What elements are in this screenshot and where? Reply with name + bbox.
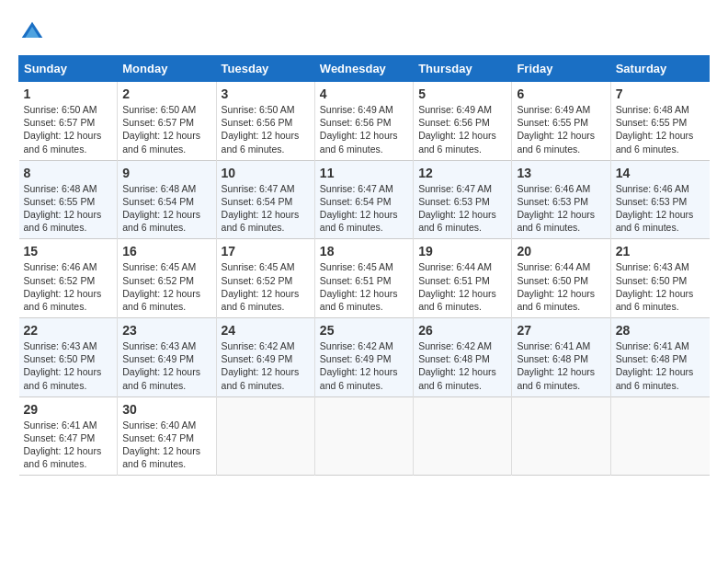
daylight-continuation: and 6 minutes.: [418, 301, 482, 312]
calendar-header-row: Sunday Monday Tuesday Wednesday Thursday…: [19, 56, 710, 82]
daylight-continuation: and 6 minutes.: [517, 222, 580, 233]
day-number: 1: [24, 86, 113, 101]
day-number: 16: [122, 244, 210, 259]
day-info: Sunrise: 6:44 AM Sunset: 6:50 PM Dayligh…: [517, 260, 605, 313]
daylight-label: Daylight: 12 hours: [222, 130, 300, 141]
daylight-label: Daylight: 12 hours: [517, 366, 595, 377]
calendar-cell: 14 Sunrise: 6:46 AM Sunset: 6:53 PM Dayl…: [610, 160, 709, 239]
sunset-label: Sunset: 6:57 PM: [122, 117, 194, 128]
calendar-cell: 7 Sunrise: 6:48 AM Sunset: 6:55 PM Dayli…: [610, 82, 709, 161]
daylight-label: Daylight: 12 hours: [418, 366, 496, 377]
calendar-week-row: 15 Sunrise: 6:46 AM Sunset: 6:52 PM Dayl…: [19, 239, 710, 318]
day-number: 2: [122, 86, 210, 101]
daylight-continuation: and 6 minutes.: [222, 222, 285, 233]
sunset-label: Sunset: 6:57 PM: [24, 117, 96, 128]
daylight-continuation: and 6 minutes.: [320, 222, 383, 233]
daylight-continuation: and 6 minutes.: [122, 458, 186, 469]
calendar-cell: 29 Sunrise: 6:41 AM Sunset: 6:47 PM Dayl…: [19, 396, 118, 476]
sunrise-label: Sunrise: 6:50 AM: [24, 104, 97, 115]
calendar-cell: 5 Sunrise: 6:49 AM Sunset: 6:56 PM Dayli…: [414, 82, 512, 161]
daylight-label: Daylight: 12 hours: [320, 209, 398, 220]
daylight-label: Daylight: 12 hours: [24, 209, 102, 220]
sunset-label: Sunset: 6:55 PM: [24, 196, 96, 207]
sunset-label: Sunset: 6:48 PM: [517, 353, 588, 364]
calendar-cell: 11 Sunrise: 6:47 AM Sunset: 6:54 PM Dayl…: [314, 160, 413, 239]
daylight-continuation: and 6 minutes.: [24, 301, 87, 312]
calendar-cell: 3 Sunrise: 6:50 AM Sunset: 6:56 PM Dayli…: [216, 82, 314, 161]
calendar-cell: [610, 396, 709, 476]
sunrise-label: Sunrise: 6:44 AM: [418, 261, 492, 272]
col-monday: Monday: [118, 56, 216, 82]
daylight-label: Daylight: 12 hours: [616, 366, 694, 377]
day-info: Sunrise: 6:41 AM Sunset: 6:48 PM Dayligh…: [517, 339, 605, 392]
day-info: Sunrise: 6:49 AM Sunset: 6:56 PM Dayligh…: [418, 103, 506, 155]
calendar-cell: 12 Sunrise: 6:47 AM Sunset: 6:53 PM Dayl…: [414, 160, 512, 239]
daylight-label: Daylight: 12 hours: [418, 288, 496, 299]
daylight-continuation: and 6 minutes.: [616, 380, 679, 391]
day-number: 23: [122, 323, 210, 338]
day-number: 11: [320, 166, 408, 180]
day-info: Sunrise: 6:43 AM Sunset: 6:49 PM Dayligh…: [122, 339, 210, 392]
sunset-label: Sunset: 6:54 PM: [122, 196, 194, 207]
sunset-label: Sunset: 6:52 PM: [122, 275, 194, 286]
day-number: 4: [320, 86, 408, 101]
day-info: Sunrise: 6:46 AM Sunset: 6:53 PM Dayligh…: [517, 182, 605, 235]
day-info: Sunrise: 6:50 AM Sunset: 6:57 PM Dayligh…: [122, 103, 210, 155]
sunset-label: Sunset: 6:50 PM: [24, 353, 96, 364]
calendar-cell: 17 Sunrise: 6:45 AM Sunset: 6:52 PM Dayl…: [216, 239, 314, 318]
daylight-continuation: and 6 minutes.: [24, 458, 87, 469]
col-sunday: Sunday: [19, 56, 118, 82]
daylight-continuation: and 6 minutes.: [122, 144, 186, 155]
sunset-label: Sunset: 6:49 PM: [222, 353, 293, 364]
sunset-label: Sunset: 6:54 PM: [320, 196, 392, 207]
day-number: 29: [24, 402, 113, 417]
sunrise-label: Sunrise: 6:43 AM: [24, 340, 97, 351]
daylight-label: Daylight: 12 hours: [616, 288, 694, 299]
general-blue-logo-icon: [18, 18, 46, 46]
day-info: Sunrise: 6:49 AM Sunset: 6:56 PM Dayligh…: [320, 103, 408, 155]
sunrise-label: Sunrise: 6:42 AM: [418, 340, 492, 351]
sunset-label: Sunset: 6:56 PM: [320, 117, 392, 128]
day-number: 24: [222, 323, 310, 338]
calendar-cell: 9 Sunrise: 6:48 AM Sunset: 6:54 PM Dayli…: [118, 160, 216, 239]
calendar-cell: 28 Sunrise: 6:41 AM Sunset: 6:48 PM Dayl…: [610, 318, 709, 397]
day-number: 25: [320, 323, 408, 338]
day-info: Sunrise: 6:45 AM Sunset: 6:52 PM Dayligh…: [122, 260, 210, 313]
calendar-cell: 26 Sunrise: 6:42 AM Sunset: 6:48 PM Dayl…: [414, 318, 512, 397]
sunrise-label: Sunrise: 6:45 AM: [222, 261, 295, 272]
calendar-cell: 10 Sunrise: 6:47 AM Sunset: 6:54 PM Dayl…: [216, 160, 314, 239]
daylight-continuation: and 6 minutes.: [24, 222, 87, 233]
day-info: Sunrise: 6:50 AM Sunset: 6:57 PM Dayligh…: [24, 103, 113, 155]
daylight-continuation: and 6 minutes.: [517, 380, 580, 391]
sunset-label: Sunset: 6:53 PM: [418, 196, 490, 207]
day-number: 30: [122, 402, 210, 417]
sunrise-label: Sunrise: 6:42 AM: [320, 340, 393, 351]
daylight-label: Daylight: 12 hours: [320, 366, 398, 377]
day-info: Sunrise: 6:42 AM Sunset: 6:48 PM Dayligh…: [418, 339, 506, 392]
daylight-label: Daylight: 12 hours: [222, 209, 300, 220]
day-info: Sunrise: 6:43 AM Sunset: 6:50 PM Dayligh…: [24, 339, 113, 392]
day-info: Sunrise: 6:40 AM Sunset: 6:47 PM Dayligh…: [122, 419, 210, 471]
calendar-cell: 20 Sunrise: 6:44 AM Sunset: 6:50 PM Dayl…: [512, 239, 610, 318]
daylight-continuation: and 6 minutes.: [616, 301, 679, 312]
sunset-label: Sunset: 6:53 PM: [616, 196, 688, 207]
daylight-label: Daylight: 12 hours: [122, 209, 200, 220]
daylight-label: Daylight: 12 hours: [320, 130, 398, 141]
calendar-cell: 4 Sunrise: 6:49 AM Sunset: 6:56 PM Dayli…: [314, 82, 413, 161]
calendar-cell: 8 Sunrise: 6:48 AM Sunset: 6:55 PM Dayli…: [19, 160, 118, 239]
day-info: Sunrise: 6:42 AM Sunset: 6:49 PM Dayligh…: [222, 339, 310, 392]
day-info: Sunrise: 6:41 AM Sunset: 6:47 PM Dayligh…: [24, 419, 113, 471]
daylight-label: Daylight: 12 hours: [24, 130, 102, 141]
daylight-label: Daylight: 12 hours: [517, 209, 595, 220]
daylight-label: Daylight: 12 hours: [122, 445, 200, 456]
sunset-label: Sunset: 6:51 PM: [320, 275, 392, 286]
daylight-label: Daylight: 12 hours: [222, 288, 300, 299]
sunrise-label: Sunrise: 6:46 AM: [616, 183, 689, 194]
daylight-label: Daylight: 12 hours: [616, 130, 694, 141]
day-info: Sunrise: 6:42 AM Sunset: 6:49 PM Dayligh…: [320, 339, 408, 392]
calendar-cell: 27 Sunrise: 6:41 AM Sunset: 6:48 PM Dayl…: [512, 318, 610, 397]
day-info: Sunrise: 6:49 AM Sunset: 6:55 PM Dayligh…: [517, 103, 605, 155]
sunrise-label: Sunrise: 6:47 AM: [222, 183, 295, 194]
calendar-cell: 6 Sunrise: 6:49 AM Sunset: 6:55 PM Dayli…: [512, 82, 610, 161]
sunrise-label: Sunrise: 6:46 AM: [517, 183, 590, 194]
